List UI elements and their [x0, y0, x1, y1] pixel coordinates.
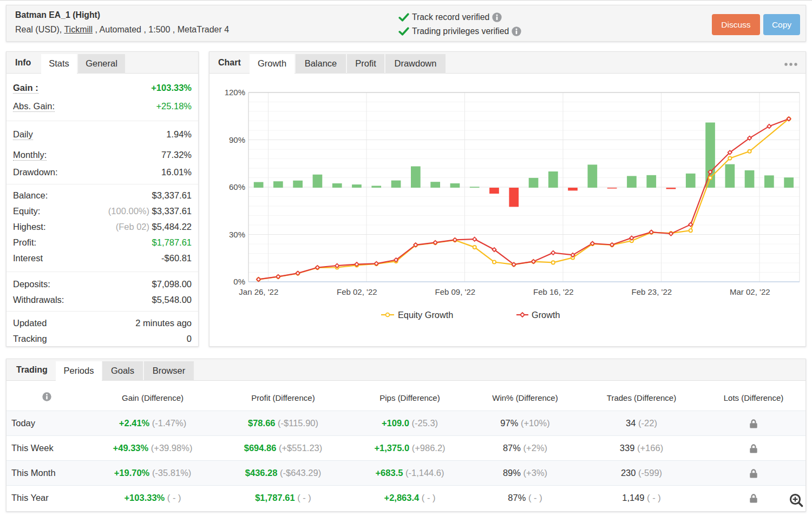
svg-text:Equity Growth: Equity Growth	[398, 310, 453, 320]
svg-text:Feb 23, '22: Feb 23, '22	[632, 287, 672, 296]
svg-text:Feb 16, '22: Feb 16, '22	[533, 287, 574, 296]
svg-text:Growth: Growth	[532, 310, 560, 320]
svg-text:Mar 02, '22: Mar 02, '22	[730, 287, 770, 296]
svg-text:Feb 02, '22: Feb 02, '22	[337, 287, 377, 296]
svg-text:0%: 0%	[233, 277, 245, 286]
svg-text:120%: 120%	[225, 88, 245, 97]
svg-text:Jan 26, '22: Jan 26, '22	[239, 287, 278, 296]
svg-text:Feb 09, '22: Feb 09, '22	[435, 287, 476, 296]
svg-text:90%: 90%	[229, 135, 245, 144]
svg-text:30%: 30%	[229, 230, 245, 239]
svg-text:60%: 60%	[229, 182, 245, 191]
